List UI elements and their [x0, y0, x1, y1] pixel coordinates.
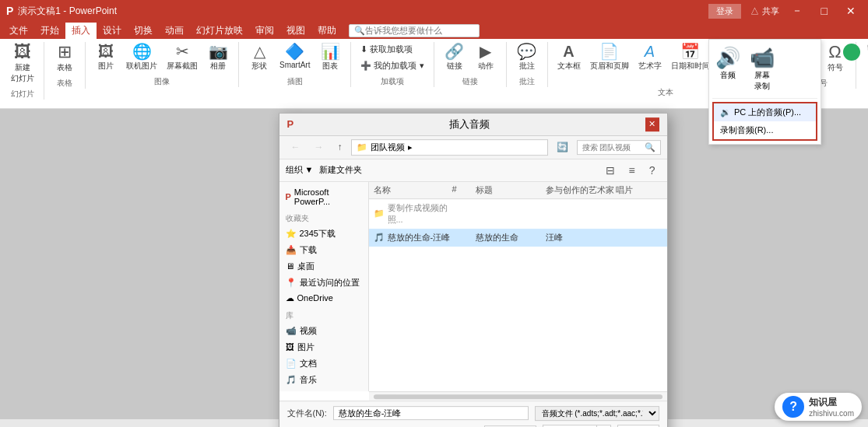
file-list-row-audio[interactable]: 🎵 慈放的生命-汪峰 慈放的生命 汪峰	[369, 229, 667, 247]
dialog-detail-view-button[interactable]: ≡	[624, 162, 641, 179]
online-picture-icon: 🌐	[132, 44, 152, 59]
desktop-icon: 🖥	[286, 261, 294, 271]
menu-bar: 文件 开始 插入 设计 切换 动画 幻灯片放映 审阅 视图 帮助 🔍	[0, 22, 868, 39]
ribbon-btn-textbox[interactable]: A 文本框	[554, 42, 584, 73]
ribbon-btn-datetime[interactable]: 📅 日期和时间	[668, 42, 713, 73]
file-list-row-special[interactable]: 📁 要制作成视频的照...	[369, 199, 667, 229]
dialog-search-bar: 🔍	[577, 140, 661, 155]
menu-file[interactable]: 文件	[3, 23, 34, 39]
speaker-icon: 🔉	[720, 107, 731, 117]
share-link: △ 共享	[750, 5, 778, 17]
ribbon-btn-action[interactable]: ▶ 动作	[472, 42, 500, 73]
smartart-icon: 🔷	[285, 44, 304, 59]
table-icon: ⊞	[58, 44, 72, 61]
ribbon-btn-header-footer[interactable]: 📄 页眉和页脚	[587, 42, 632, 73]
textbox-icon: A	[563, 44, 574, 59]
scrollbar-track	[374, 394, 662, 399]
sidebar-item-pictures[interactable]: 🖼 图片	[279, 339, 368, 355]
maximize-button[interactable]: □	[815, 3, 834, 19]
sidebar-item-2345download[interactable]: ⭐ 2345下载	[279, 226, 368, 242]
main-area: P 插入音频 ✕ ← → ↑ 📁 团队视频 ▸ 🔄 🔍	[0, 109, 868, 419]
watermark-text-group: 知识屋 zhishivu.com	[809, 396, 854, 418]
shape-icon: △	[254, 44, 265, 59]
wordart-icon: A	[645, 44, 655, 59]
ribbon-btn-wordart[interactable]: A 艺术字	[635, 42, 665, 73]
dialog-insert-dropdown-button[interactable]: ▾	[596, 425, 611, 427]
dialog-help-button[interactable]: ?	[644, 162, 661, 179]
ribbon-search-input[interactable]	[365, 26, 474, 35]
my-addins-icon: ➕	[360, 61, 371, 71]
ribbon-btn-chart[interactable]: 📊 图表	[316, 42, 344, 73]
audio-btn[interactable]: 🔊 音频	[712, 43, 743, 95]
ribbon-group-slides: 🖼 新建幻灯片 幻灯片	[2, 42, 44, 100]
dialog-organize-button[interactable]: 组织 ▼	[286, 164, 314, 176]
green-indicator	[843, 44, 860, 61]
folder-item-icon: 📁	[374, 208, 385, 219]
filetype-select[interactable]: 音频文件 (*.adts;*.adt;*.aac;*.*	[535, 406, 659, 421]
sidebar-item-powerpoint[interactable]: P Microsoft PowerP...	[279, 185, 368, 208]
sidebar-item-videos[interactable]: 📹 视频	[279, 323, 368, 339]
sidebar-item-recent[interactable]: 📍 最近访问的位置	[279, 275, 368, 291]
menu-review[interactable]: 审阅	[249, 23, 280, 39]
action-icon: ▶	[480, 44, 491, 59]
ribbon-btn-comment[interactable]: 💬 批注	[513, 42, 541, 73]
ribbon-btn-video[interactable]: 🎬 视频	[863, 42, 868, 75]
sidebar-item-desktop[interactable]: 🖥 桌面	[279, 258, 368, 275]
insert-button-group: 插入(S) ▾	[543, 425, 611, 427]
sidebar-item-onedrive[interactable]: ☁ OneDrive	[279, 291, 368, 306]
screen-record-btn[interactable]: 📹 屏幕录制	[747, 43, 778, 95]
menu-animation[interactable]: 动画	[159, 23, 190, 39]
dialog-insert-button[interactable]: 插入(S)	[543, 425, 596, 427]
app-logo: P	[6, 5, 13, 17]
dialog-path-bar: 📁 团队视频 ▸	[351, 139, 548, 156]
audio-dropdown-panel: 🔊 音频 📹 屏幕录制 🔉 PC 上的音频(P)... 录制音频(R)...	[708, 39, 821, 145]
download-icon: 📥	[286, 245, 297, 255]
ribbon-btn-my-addins[interactable]: ➕ 我的加载项 ▾	[357, 58, 427, 73]
dialog-close-button[interactable]: ✕	[645, 117, 659, 131]
dialog-scrollbar[interactable]	[369, 391, 667, 401]
sidebar-item-download[interactable]: 📥 下载	[279, 242, 368, 258]
ribbon-btn-new-slide[interactable]: 🖼 新建幻灯片	[8, 42, 37, 86]
ribbon-btn-link[interactable]: 🔗 链接	[441, 42, 469, 73]
ribbon-btn-screenshot[interactable]: ✂ 屏幕截图	[163, 42, 201, 73]
menu-transition[interactable]: 切换	[128, 23, 159, 39]
ribbon-btn-album[interactable]: 📷 相册	[204, 42, 232, 73]
ribbon-btn-table[interactable]: ⊞ 表格	[51, 42, 79, 75]
onedrive-icon: ☁	[286, 293, 294, 303]
header-footer-icon: 📄	[599, 44, 619, 59]
dialog-new-folder-button[interactable]: 新建文件夹	[319, 164, 362, 176]
pc-audio-menu-item[interactable]: 🔉 PC 上的音频(P)...	[714, 103, 816, 121]
ribbon-btn-smartart[interactable]: 🔷 SmartArt	[276, 42, 313, 71]
login-button[interactable]: 登录	[708, 4, 741, 19]
insert-audio-dialog: P 插入音频 ✕ ← → ↑ 📁 团队视频 ▸ 🔄 🔍	[279, 113, 668, 427]
dialog-back-button[interactable]: ←	[286, 139, 306, 155]
menu-view[interactable]: 视图	[280, 23, 311, 39]
menu-design[interactable]: 设计	[97, 23, 128, 39]
minimize-button[interactable]: －	[785, 2, 809, 19]
recent-icon: 📍	[286, 278, 297, 288]
menu-home[interactable]: 开始	[34, 23, 65, 39]
dialog-forward-button[interactable]: →	[309, 139, 329, 155]
get-addins-icon: ⬇	[360, 44, 367, 54]
dialog-view-button[interactable]: ⊟	[600, 162, 620, 179]
ribbon-btn-get-addins[interactable]: ⬇ 获取加载项	[357, 42, 427, 57]
ribbon-btn-picture[interactable]: 🖼 图片	[92, 42, 120, 73]
dialog-up-button[interactable]: ↑	[332, 139, 348, 155]
sidebar-item-documents[interactable]: 📄 文档	[279, 355, 368, 372]
videos-icon: 📹	[286, 326, 297, 336]
ribbon-group-table: ⊞ 表格 表格	[44, 42, 86, 89]
close-button[interactable]: ✕	[840, 3, 862, 19]
dialog-search-input[interactable]	[582, 143, 645, 152]
ribbon-btn-online-picture[interactable]: 🌐 联机图片	[123, 42, 160, 73]
record-audio-menu-item[interactable]: 录制音频(R)...	[714, 121, 816, 139]
sidebar-section-favorites: 收藏夹	[279, 212, 368, 226]
sidebar-item-music[interactable]: 🎵 音乐	[279, 372, 368, 388]
filename-input[interactable]	[333, 406, 529, 420]
dialog-cancel-button[interactable]: 取消	[617, 425, 659, 427]
ribbon-btn-shape[interactable]: △ 形状	[245, 42, 273, 73]
menu-insert[interactable]: 插入	[65, 23, 97, 39]
dialog-footer: 文件名(N): 音频文件 (*.adts;*.adt;*.aac;*.* 工具(…	[279, 401, 667, 427]
dialog-refresh-button[interactable]: 🔄	[551, 139, 574, 155]
menu-slideshow[interactable]: 幻灯片放映	[190, 23, 249, 39]
menu-help[interactable]: 帮助	[311, 23, 343, 39]
